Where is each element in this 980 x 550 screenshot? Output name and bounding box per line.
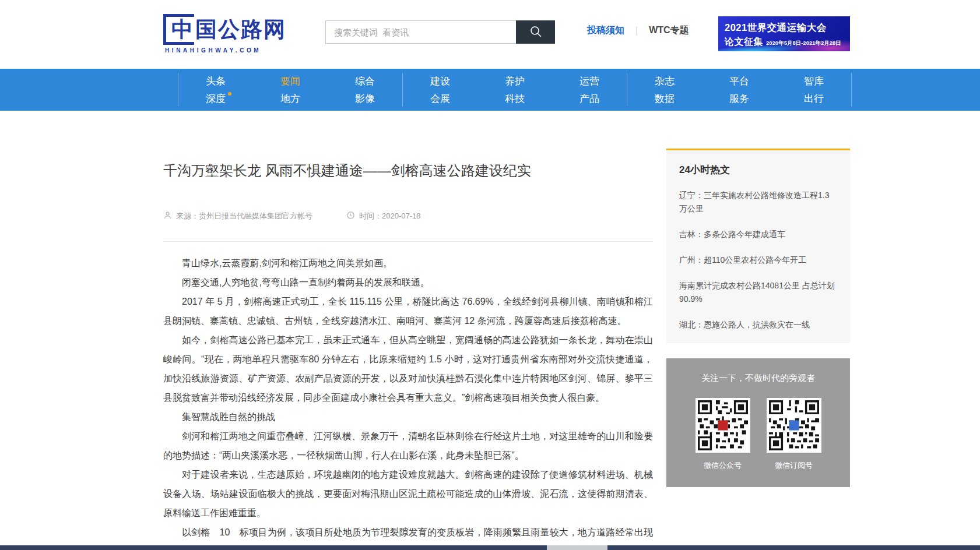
nav-group-2: 建设 会展 养护 科技 运营 产品 [402,73,627,107]
link-divider: | [635,26,638,36]
search-bar [325,20,555,44]
article-paragraph: 对于建设者来说，生态越原始，环境越幽闭的地方建设难度就越大。剑榕高速的建设除了便… [163,465,653,523]
search-icon [529,24,543,40]
nav-link-shuju[interactable]: 数据 [655,94,675,104]
nav-item-yanghu-keji: 养护 科技 [477,73,552,107]
nav-link-chanpin[interactable]: 产品 [579,94,599,104]
article-divider [163,241,653,242]
nav-link-huizhan[interactable]: 会展 [430,94,450,104]
nav-link-zhiku[interactable]: 智库 [804,76,824,86]
follow-title: 关注一下，不做时代的旁观者 [666,373,850,384]
hot-article-link[interactable]: 吉林：多条公路今年建成通车 [679,228,837,241]
logo-bracket-icon: 中 [163,14,194,45]
wtc-topic-link[interactable]: WTC专题 [649,24,689,37]
article-paragraph: 集智慧战胜自然的挑战 [163,407,653,426]
follow-box: 关注一下，不做时代的旁观者 [666,358,850,487]
nav-item-jianshe-huizhan: 建设 会展 [403,73,477,107]
nav-link-yanghu[interactable]: 养护 [505,76,525,86]
nav-link-yaowen-active[interactable]: 要闻 [280,76,300,86]
nav-link-chuxing[interactable]: 出行 [804,94,824,104]
article-meta: 来源：贵州日报当代融媒体集团官方帐号 时间：2020-07-18 [163,211,653,221]
nav-link-toutiao[interactable]: 头条 [206,76,226,86]
nav-group-1: 头条 深度 要闻 地方 综合 影像 [178,73,402,107]
hot-articles-box: 24小时热文 辽宁：三年实施农村公路维修改造工程1.3万公里 吉林：多条公路今年… [666,149,850,343]
wechat-subscribe-qr-code [767,398,821,453]
article-title: 千沟万壑架长龙 风雨不惧建通途——剑榕高速公路建设纪实 [163,162,653,179]
site-logo-text: 中 国公路网 [163,14,286,45]
hot-article-link[interactable]: 海南累计完成农村公路14081公里 占总计划90.9% [679,279,837,306]
nav-item-zonghe-yingxiang: 综合 影像 [328,73,402,107]
nav-link-pingtai[interactable]: 平台 [729,76,749,86]
nav-item-toutiao-shendu: 头条 深度 [178,73,253,107]
article-paragraph: 青山绿水,云蒸霞蔚,剑河和榕江两地之间美景如画。 [163,253,653,273]
ad-banner-wtc2021[interactable]: 2021世界交通运输大会 论文征集 2020年5月8日-2021年2月28日 [718,16,850,51]
meta-source: 来源：贵州日报当代融媒体集团官方帐号 [163,211,312,221]
clock-icon [346,211,359,221]
hot-article-link[interactable]: 广州：超110公里农村公路今年开工 [679,253,837,267]
meta-source-text: 来源：贵州日报当代融媒体集团官方帐号 [176,211,312,221]
nav-item-zhiku-chuxing: 智库 出行 [777,73,851,107]
nav-group-3: 杂志 数据 平台 服务 智库 出行 [627,73,852,107]
hot-article-link[interactable]: 辽宁：三年实施农村公路维修改造工程1.3万公里 [679,189,837,216]
site-logo[interactable]: 中 国公路网 HINAHIGHWAY.COM [163,14,286,54]
article-paragraph: 剑河和榕江两地之间重峦叠嶂、江河纵横、景象万千，清朝名臣林则徐在行经这片土地，对… [163,426,653,465]
site-logo-domain: HINAHIGHWAY.COM [165,47,286,54]
nav-link-difang[interactable]: 地方 [280,94,300,104]
nav-link-zonghe[interactable]: 综合 [355,76,375,86]
person-icon [163,211,176,221]
bottom-bar [0,545,980,550]
nav-item-yunying-chanpin: 运营 产品 [552,73,627,107]
banner-subtitle-main: 论文征集 [725,36,763,48]
nav-item-yaowen-difang: 要闻 地方 [253,73,328,107]
banner-subtitle: 论文征集 2020年5月8日-2021年2月28日 [725,36,850,48]
nav-link-zazhi[interactable]: 杂志 [655,76,675,86]
sidebar: 24小时热文 辽宁：三年实施农村公路维修改造工程1.3万公里 吉林：多条公路今年… [666,149,850,487]
article-paragraph: 2017 年 5 月，剑榕高速正式动工，全长 115.115 公里，桥隧比高达 … [163,292,653,330]
nav-link-yunying[interactable]: 运营 [579,76,599,86]
logo-rest: 国公路网 [195,19,286,40]
nav-link-jianshe[interactable]: 建设 [430,76,450,86]
site-header: 中 国公路网 HINAHIGHWAY.COM 投稿须知 | WTC专题 2021… [0,0,980,69]
nav-link-shendu[interactable]: 深度 [206,94,226,104]
header-links: 投稿须知 | WTC专题 [587,24,689,37]
main-nav-bar: 头条 深度 要闻 地方 综合 影像 建设 会展 养护 科技 运营 [0,69,980,111]
qr-cell-public: 微信公众号 [696,398,750,471]
hot-articles-title: 24小时热文 [679,163,837,177]
banner-dates: 2020年5月8日-2021年2月28日 [766,40,841,47]
nav-item-zazhi-shuju: 杂志 数据 [627,73,702,107]
hot-article-link[interactable]: 湖北：恩施公路人，抗洪救灾在一线 [679,318,837,332]
qr-row: 微信公众号 [666,398,850,471]
nav-columns: 头条 深度 要闻 地方 综合 影像 建设 会展 养护 科技 运营 [178,73,852,107]
bottom-bar-thumb[interactable] [547,545,607,550]
meta-time-text: 时间：2020-07-18 [359,211,421,221]
qr-cell-subscribe: 微信订阅号 [767,398,821,471]
main-content: 千沟万壑架长龙 风雨不惧建通途——剑榕高速公路建设纪实 来源：贵州日报当代融媒体… [0,111,980,550]
logo-bracket-char: 中 [171,17,194,41]
submit-notice-link[interactable]: 投稿须知 [587,24,624,37]
search-button[interactable] [516,20,555,44]
search-input[interactable] [325,20,516,44]
nav-link-yingxiang[interactable]: 影像 [355,94,375,104]
nav-item-pingtai-fuwu: 平台 服务 [702,73,777,107]
banner-title: 2021世界交通运输大会 [725,22,850,34]
meta-time: 时间：2020-07-18 [346,211,421,221]
article-paragraph: 闭塞交通,人穷地贫,弯弯山路一直制约着两县的发展和联通。 [163,273,653,292]
article: 千沟万壑架长龙 风雨不惧建通途——剑榕高速公路建设纪实 来源：贵州日报当代融媒体… [163,162,653,550]
nav-link-fuwu[interactable]: 服务 [729,94,749,104]
nav-link-keji[interactable]: 科技 [505,94,525,104]
qr-label-public: 微信公众号 [704,460,742,471]
article-paragraph: 如今，剑榕高速公路已基本完工，虽未正式通车，但从高空眺望，宽阔通畅的高速公路犹如… [163,330,653,407]
new-dot-icon [228,92,231,96]
article-body: 青山绿水,云蒸霞蔚,剑河和榕江两地之间美景如画。 闭塞交通,人穷地贫,弯弯山路一… [163,253,653,550]
wechat-public-qr-code [696,398,750,453]
qr-label-subscribe: 微信订阅号 [775,460,813,471]
